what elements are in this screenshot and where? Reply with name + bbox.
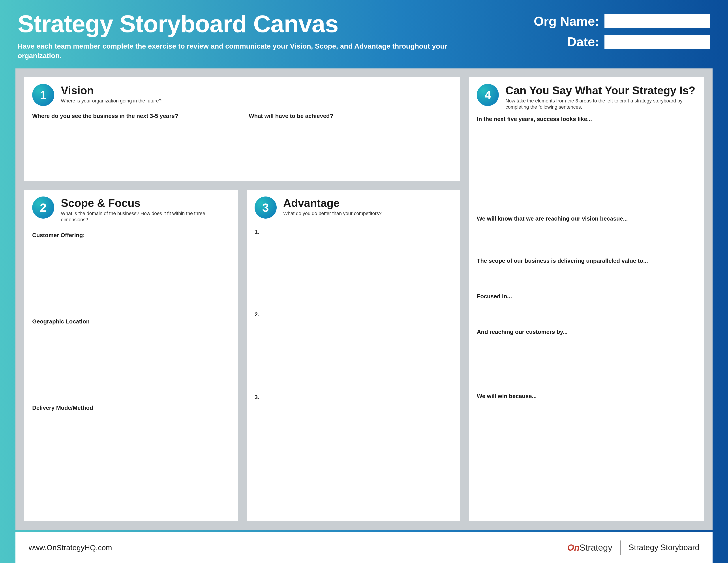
advantage-titleblock: Advantage What do you do better than you… [283, 196, 382, 216]
footer-divider [620, 540, 621, 555]
strategy-gap-1 [477, 122, 696, 215]
strategy-titleblock: Can You Say What Your Strategy Is? Now t… [505, 84, 696, 110]
footer: www.OnStrategyHQ.com OnStrategy Strategy… [15, 532, 713, 563]
strategy-head: 4 Can You Say What Your Strategy Is? Now… [477, 84, 696, 110]
strategy-p3: The scope of our business is delivering … [477, 257, 696, 264]
strategy-subtitle: Now take the elements from the 3 areas t… [505, 98, 696, 110]
canvas: 1 Vision Where is your organization goin… [15, 68, 713, 530]
strategy-badge: 4 [477, 84, 499, 106]
vision-q2: What will have to be achieved? [249, 113, 452, 119]
advantage-title: Advantage [283, 197, 382, 209]
vision-col-2: What will have to be achieved? [249, 111, 452, 119]
vision-col-1: Where do you see the business in the nex… [32, 111, 236, 119]
header-left: Strategy Storyboard Canvas Have each tea… [18, 11, 459, 60]
footer-right: OnStrategy Strategy Storyboard [567, 540, 699, 555]
date-label: Date: [567, 34, 599, 49]
vision-q1: Where do you see the business in the nex… [32, 113, 236, 119]
advantage-head: 3 Advantage What do you do better than y… [255, 196, 452, 218]
strategy-gap-3 [477, 264, 696, 293]
page: Strategy Storyboard Canvas Have each tea… [0, 0, 728, 563]
header-right: Org Name: Date: [534, 11, 710, 55]
advantage-item-2: 2. [255, 311, 452, 318]
strategy-title: Can You Say What Your Strategy Is? [505, 85, 696, 96]
page-title: Strategy Storyboard Canvas [18, 11, 459, 37]
advantage-space-1 [255, 235, 452, 302]
strategy-gap-2 [477, 222, 696, 257]
strategy-p4: Focused in... [477, 293, 696, 300]
strategy-cell: 4 Can You Say What Your Strategy Is? Now… [469, 77, 704, 521]
vision-cell: 1 Vision Where is your organization goin… [24, 77, 460, 181]
strategy-gap-5 [477, 336, 696, 393]
strategy-p1: In the next five years, success looks li… [477, 116, 696, 122]
scope-title: Scope & Focus [61, 197, 230, 209]
vision-titleblock: Vision Where is your organization going … [61, 84, 161, 104]
onstrategy-logo: OnStrategy [567, 543, 612, 553]
footer-doc-name: Strategy Storyboard [629, 543, 699, 552]
scope-badge: 2 [32, 196, 54, 218]
footer-url: www.OnStrategyHQ.com [29, 543, 112, 552]
org-name-row: Org Name: [534, 14, 710, 28]
logo-on: On [567, 543, 580, 552]
vision-head: 1 Vision Where is your organization goin… [32, 84, 452, 106]
scope-head: 2 Scope & Focus What is the domain of th… [32, 196, 230, 223]
advantage-item-3: 3. [255, 394, 452, 401]
strategy-p6: We will win because... [477, 393, 696, 400]
advantage-cell: 3 Advantage What do you do better than y… [247, 190, 460, 521]
canvas-grid: 1 Vision Where is your organization goin… [24, 77, 704, 521]
org-name-label: Org Name: [534, 14, 599, 28]
strategy-p2: We will know that we are reaching our vi… [477, 215, 696, 222]
advantage-item-1: 1. [255, 228, 452, 235]
vision-badge: 1 [32, 84, 54, 106]
scope-subtitle: What is the domain of the business? How … [61, 210, 230, 223]
logo-rest: Strategy [580, 543, 612, 552]
vision-columns: Where do you see the business in the nex… [32, 111, 452, 119]
scope-p2: Geographic Location [32, 318, 230, 325]
date-input[interactable] [604, 35, 710, 49]
scope-p1: Customer Offering: [32, 232, 230, 239]
date-row: Date: [534, 34, 710, 49]
scope-space-1 [32, 239, 230, 309]
advantage-list: 1. 2. 3. [255, 228, 452, 401]
scope-space-2 [32, 325, 230, 396]
scope-cell: 2 Scope & Focus What is the domain of th… [24, 190, 238, 521]
scope-p3: Delivery Mode/Method [32, 405, 230, 411]
vision-subtitle: Where is your organization going in the … [61, 98, 161, 104]
vision-title: Vision [61, 85, 161, 96]
strategy-gap-4 [477, 300, 696, 329]
strategy-p5: And reaching our customers by... [477, 329, 696, 336]
scope-titleblock: Scope & Focus What is the domain of the … [61, 196, 230, 223]
header: Strategy Storyboard Canvas Have each tea… [0, 0, 728, 67]
advantage-space-2 [255, 318, 452, 384]
advantage-badge: 3 [255, 196, 277, 218]
advantage-subtitle: What do you do better than your competit… [283, 210, 382, 217]
org-name-input[interactable] [604, 14, 710, 28]
page-subtitle: Have each team member complete the exerc… [18, 41, 459, 60]
